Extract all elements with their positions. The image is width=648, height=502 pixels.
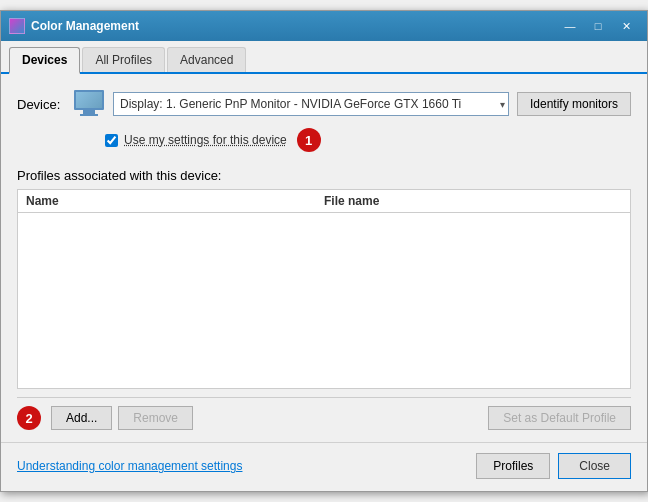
add-button[interactable]: Add... — [51, 406, 112, 430]
window-title: Color Management — [31, 19, 139, 33]
close-button[interactable]: Close — [558, 453, 631, 479]
profiles-associated-label: Profiles associated with this device: — [17, 168, 631, 183]
tab-devices[interactable]: Devices — [9, 47, 80, 74]
remove-button[interactable]: Remove — [118, 406, 193, 430]
set-default-profile-button[interactable]: Set as Default Profile — [488, 406, 631, 430]
table-header: Name File name — [18, 190, 630, 213]
device-label: Device: — [17, 97, 65, 112]
help-link[interactable]: Understanding color management settings — [17, 459, 242, 473]
tabs-bar: Devices All Profiles Advanced — [1, 41, 647, 74]
checkbox-row: Use my settings for this device 1 — [105, 128, 631, 152]
title-bar: Color Management — □ ✕ — [1, 11, 647, 41]
title-buttons: — □ ✕ — [557, 17, 639, 35]
footer: Understanding color management settings … — [1, 442, 647, 491]
table-body[interactable] — [18, 213, 630, 383]
monitor-icon — [73, 90, 105, 118]
color-management-icon — [9, 18, 25, 34]
profiles-table: Name File name — [17, 189, 631, 389]
badge-2: 2 — [17, 406, 41, 430]
monitor-base — [80, 114, 98, 116]
footer-right: Profiles Close — [476, 453, 631, 479]
action-row: 2 Add... Remove Set as Default Profile — [17, 397, 631, 430]
maximize-button[interactable]: □ — [585, 17, 611, 35]
device-select-wrapper: Display: 1. Generic PnP Monitor - NVIDIA… — [113, 92, 509, 116]
column-filename-header: File name — [324, 194, 622, 208]
color-management-window: Color Management — □ ✕ Devices All Profi… — [0, 10, 648, 492]
tab-all-profiles[interactable]: All Profiles — [82, 47, 165, 72]
identify-monitors-button[interactable]: Identify monitors — [517, 92, 631, 116]
use-my-settings-label: Use my settings for this device — [124, 133, 287, 147]
tab-content: Device: Display: 1. Generic PnP Monitor … — [1, 74, 647, 442]
close-window-button[interactable]: ✕ — [613, 17, 639, 35]
title-bar-left: Color Management — [9, 18, 139, 34]
device-row: Device: Display: 1. Generic PnP Monitor … — [17, 90, 631, 118]
profiles-button[interactable]: Profiles — [476, 453, 550, 479]
column-name-header: Name — [26, 194, 324, 208]
device-select[interactable]: Display: 1. Generic PnP Monitor - NVIDIA… — [113, 92, 509, 116]
tab-advanced[interactable]: Advanced — [167, 47, 246, 72]
monitor-screen — [74, 90, 104, 110]
badge-1: 1 — [297, 128, 321, 152]
minimize-button[interactable]: — — [557, 17, 583, 35]
use-my-settings-checkbox[interactable] — [105, 134, 118, 147]
